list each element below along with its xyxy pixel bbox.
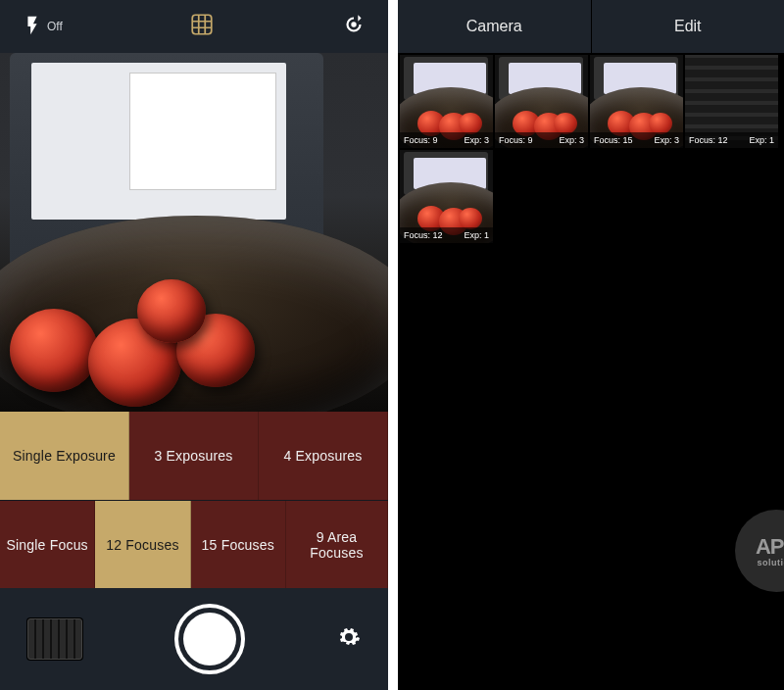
watermark-badge: APP solution <box>735 510 784 592</box>
thumbnail-exp-label: Exp: 1 <box>749 135 774 145</box>
thumbnail-exp-label: Exp: 3 <box>654 135 679 145</box>
shutter-button[interactable] <box>174 604 245 674</box>
thumbnail-grid: Focus: 9Exp: 3Focus: 9Exp: 3Focus: 15Exp… <box>398 53 784 245</box>
thumbnail-caption: Focus: 9Exp: 3 <box>400 132 493 148</box>
thumbnail-caption: Focus: 9Exp: 3 <box>495 132 588 148</box>
tab-camera[interactable]: Camera <box>398 0 592 53</box>
grid-icon[interactable] <box>189 12 215 41</box>
focus-option[interactable]: 15 Focuses <box>191 501 286 588</box>
thumbnail[interactable]: Focus: 12Exp: 1 <box>400 150 493 243</box>
thumbnail-exp-label: Exp: 1 <box>464 230 489 240</box>
thumbnail[interactable]: Focus: 9Exp: 3 <box>495 55 588 148</box>
switch-camera-icon[interactable] <box>341 12 367 41</box>
thumbnail-focus-label: Focus: 15 <box>594 135 633 145</box>
svg-point-1 <box>351 22 356 26</box>
focus-option[interactable]: Single Focus <box>0 501 95 588</box>
thumbnail-focus-label: Focus: 12 <box>404 230 443 240</box>
watermark-top: APP <box>756 534 784 560</box>
focus-option[interactable]: 9 Area Focuses <box>286 501 388 588</box>
thumbnail-exp-label: Exp: 3 <box>464 135 489 145</box>
gallery-panel: Camera Edit Focus: 9Exp: 3Focus: 9Exp: 3… <box>398 0 784 690</box>
settings-button[interactable] <box>337 625 361 653</box>
exposure-option[interactable]: 3 Exposures <box>129 412 259 500</box>
last-photo-thumbnail[interactable] <box>27 618 82 660</box>
gear-icon <box>337 635 361 652</box>
camera-panel: Off Single Exposure 3 Exposures <box>0 0 388 690</box>
panel-divider <box>388 0 398 690</box>
viewfinder[interactable] <box>0 53 388 412</box>
thumbnail-focus-label: Focus: 9 <box>499 135 533 145</box>
thumbnail[interactable]: Focus: 9Exp: 3 <box>400 55 493 148</box>
exposure-options-row: Single Exposure 3 Exposures 4 Exposures <box>0 412 388 500</box>
thumbnail[interactable]: Focus: 12Exp: 1 <box>685 55 778 148</box>
watermark-bottom: solution <box>758 558 785 567</box>
thumbnail-caption: Focus: 15Exp: 3 <box>590 132 683 148</box>
flash-label: Off <box>47 20 63 33</box>
thumbnail-caption: Focus: 12Exp: 1 <box>400 227 493 243</box>
svg-rect-0 <box>192 15 212 34</box>
thumbnail-focus-label: Focus: 9 <box>404 135 438 145</box>
flash-toggle[interactable]: Off <box>22 15 63 39</box>
camera-bottombar <box>0 588 388 690</box>
thumbnail-caption: Focus: 12Exp: 1 <box>685 132 778 148</box>
focus-option[interactable]: 12 Focuses <box>95 501 190 588</box>
shutter-inner-icon <box>183 613 236 665</box>
exposure-option[interactable]: 4 Exposures <box>259 412 388 500</box>
flash-icon <box>22 15 43 39</box>
thumbnail[interactable]: Focus: 15Exp: 3 <box>590 55 683 148</box>
focus-options-row: Single Focus 12 Focuses 15 Focuses 9 Are… <box>0 500 388 588</box>
exposure-option[interactable]: Single Exposure <box>0 412 129 500</box>
gallery-tabs: Camera Edit <box>398 0 784 53</box>
tab-edit[interactable]: Edit <box>592 0 785 53</box>
thumbnail-exp-label: Exp: 3 <box>559 135 584 145</box>
camera-topbar: Off <box>0 0 388 53</box>
thumbnail-focus-label: Focus: 12 <box>689 135 728 145</box>
